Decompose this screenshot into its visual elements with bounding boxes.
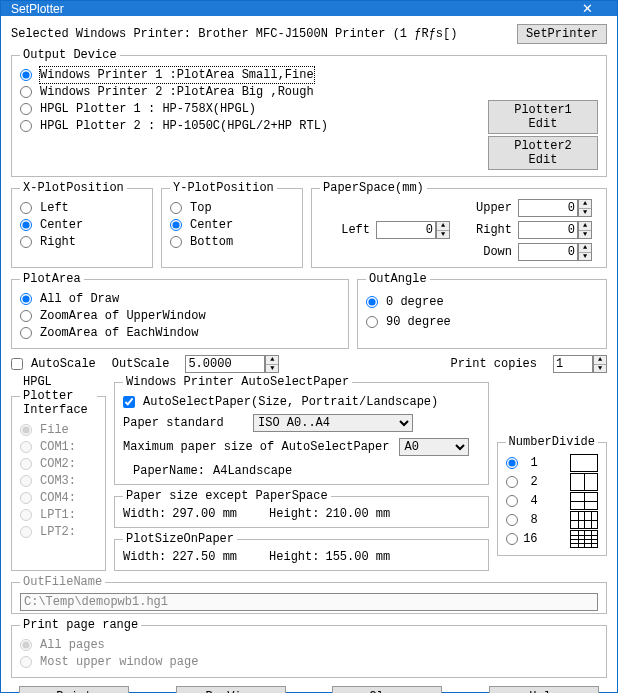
output-device-opt-2[interactable]: HPGL Plotter 1 : HP-758X(HPGL) — [20, 101, 328, 117]
help-button[interactable]: Help — [489, 686, 599, 693]
paper-height-value: 210.00 mm — [325, 507, 390, 521]
x-position-group: X-PlotPosition Left Center Right — [11, 181, 153, 268]
output-device-opt-1[interactable]: Windows Printer 2 :PlotArea Big ,Rough — [20, 84, 328, 100]
outscale-label: OutScale — [112, 357, 170, 371]
plot-height-value: 155.00 mm — [325, 550, 390, 564]
plotter1-edit-button[interactable]: Plotter1 Edit — [488, 100, 598, 134]
ypos-bottom[interactable]: Bottom — [170, 234, 294, 250]
upper-label: Upper — [462, 201, 512, 215]
hpgl-file: File — [20, 422, 97, 438]
hpgl-lpt2: LPT2: — [20, 524, 97, 540]
plotarea-group: PlotArea All of Draw ZoomArea of UpperWi… — [11, 272, 349, 349]
pagerange-upper: Most upper window page — [20, 654, 598, 670]
max-paper-select[interactable]: A0 — [399, 438, 469, 456]
grid-8-icon — [570, 511, 598, 529]
grid-2-icon — [570, 473, 598, 491]
numdivide-4[interactable]: 4 — [506, 492, 598, 510]
numdivide-16[interactable]: 16 — [506, 530, 598, 548]
plotsize-group: PlotSizeOnPaper Width: 227.50 mm Height:… — [114, 532, 489, 571]
outfilename-input — [20, 593, 598, 611]
hpgl-interface-group: HPGL Plotter Interface File COM1: COM2: … — [11, 375, 106, 571]
set-printer-button[interactable]: SetPrinter — [517, 24, 607, 44]
close-icon[interactable]: ✕ — [567, 1, 607, 16]
numdivide-1[interactable]: 1 — [506, 454, 598, 472]
printcopies-spinner[interactable]: ▲▼ — [593, 355, 607, 373]
left-spinner[interactable]: ▲▼ — [436, 221, 450, 239]
plotarea-all[interactable]: All of Draw — [20, 291, 340, 307]
numdivide-2[interactable]: 2 — [506, 473, 598, 491]
plotarea-upper[interactable]: ZoomArea of UpperWindow — [20, 308, 340, 324]
close-button[interactable]: Close — [332, 686, 442, 693]
outscale-spinner[interactable]: ▲▼ — [265, 355, 279, 373]
numberdivide-group: NumberDivide 1 2 4 8 16 — [497, 435, 607, 556]
grid-4-icon — [570, 492, 598, 510]
ypos-top[interactable]: Top — [170, 200, 294, 216]
y-position-group: Y-PlotPosition Top Center Bottom — [161, 181, 303, 268]
xpos-left[interactable]: Left — [20, 200, 144, 216]
output-device-opt-0[interactable]: Windows Printer 1 :PlotArea Small,Fine — [20, 67, 328, 83]
pagerange-group: Print page range All pages Most upper wi… — [11, 618, 607, 678]
plotter2-edit-button[interactable]: Plotter2 Edit — [488, 136, 598, 170]
titlebar: SetPlotter ✕ — [1, 1, 617, 16]
plot-width-value: 227.50 mm — [172, 550, 237, 564]
paperspace-group: PaperSpace(mm) Upper ▲▼ Left ▲▼ Right ▲▼… — [311, 181, 607, 268]
output-device-opt-3[interactable]: HPGL Plotter 2 : HP-1050C(HPGL/2+HP RTL) — [20, 118, 328, 134]
hpgl-com3: COM3: — [20, 473, 97, 489]
papername-value: A4Landscape — [213, 464, 292, 478]
left-input[interactable] — [376, 221, 436, 239]
hpgl-com4: COM4: — [20, 490, 97, 506]
xpos-center[interactable]: Center — [20, 217, 144, 233]
hpgl-lpt1: LPT1: — [20, 507, 97, 523]
autoscale-check[interactable]: AutoScale — [11, 356, 96, 372]
printcopies-input[interactable] — [553, 355, 593, 373]
papername-label: PaperName: — [133, 464, 205, 478]
window-title: SetPlotter — [11, 2, 64, 16]
down-input[interactable] — [518, 243, 578, 261]
papersize-except-group: Paper size except PaperSpace Width: 297.… — [114, 489, 489, 528]
down-spinner[interactable]: ▲▼ — [578, 243, 592, 261]
ypos-center[interactable]: Center — [170, 217, 294, 233]
paper-std-label: Paper standard — [123, 416, 243, 430]
output-device-legend: Output Device — [20, 48, 120, 62]
outangle-0[interactable]: 0 degree — [366, 294, 598, 310]
autoselect-group: Windows Printer AutoSelectPaper AutoSele… — [114, 375, 489, 485]
upper-input[interactable] — [518, 199, 578, 217]
right-input[interactable] — [518, 221, 578, 239]
upper-spinner[interactable]: ▲▼ — [578, 199, 592, 217]
outangle-90[interactable]: 90 degree — [366, 314, 598, 330]
right-label: Right — [462, 223, 512, 237]
plotarea-each[interactable]: ZoomArea of EachWindow — [20, 325, 340, 341]
grid-16-icon — [570, 530, 598, 548]
numdivide-8[interactable]: 8 — [506, 511, 598, 529]
max-paper-label: Maximum paper size of AutoSelectPaper — [123, 440, 389, 454]
outscale-input[interactable] — [185, 355, 265, 373]
output-device-group: Output Device Windows Printer 1 :PlotAre… — [11, 48, 607, 177]
hpgl-com2: COM2: — [20, 456, 97, 472]
paper-width-value: 297.00 mm — [172, 507, 237, 521]
grid-1-icon — [570, 454, 598, 472]
right-spinner[interactable]: ▲▼ — [578, 221, 592, 239]
preview-button[interactable]: PreView — [176, 686, 286, 693]
hpgl-com1: COM1: — [20, 439, 97, 455]
outfilename-group: OutFileName — [11, 575, 607, 614]
down-label: Down — [462, 245, 512, 259]
xpos-right[interactable]: Right — [20, 234, 144, 250]
autoselect-check[interactable]: AutoSelectPaper(Size, Portrait/Landscape… — [123, 394, 480, 410]
outangle-group: OutAngle 0 degree 90 degree — [357, 272, 607, 349]
selected-printer-label: Selected Windows Printer: Brother MFC-J1… — [11, 27, 457, 41]
pagerange-all: All pages — [20, 637, 598, 653]
left-label: Left — [320, 223, 370, 237]
paper-std-select[interactable]: ISO A0..A4 — [253, 414, 413, 432]
print-button[interactable]: Print — [19, 686, 129, 693]
printcopies-label: Print copies — [451, 357, 537, 371]
